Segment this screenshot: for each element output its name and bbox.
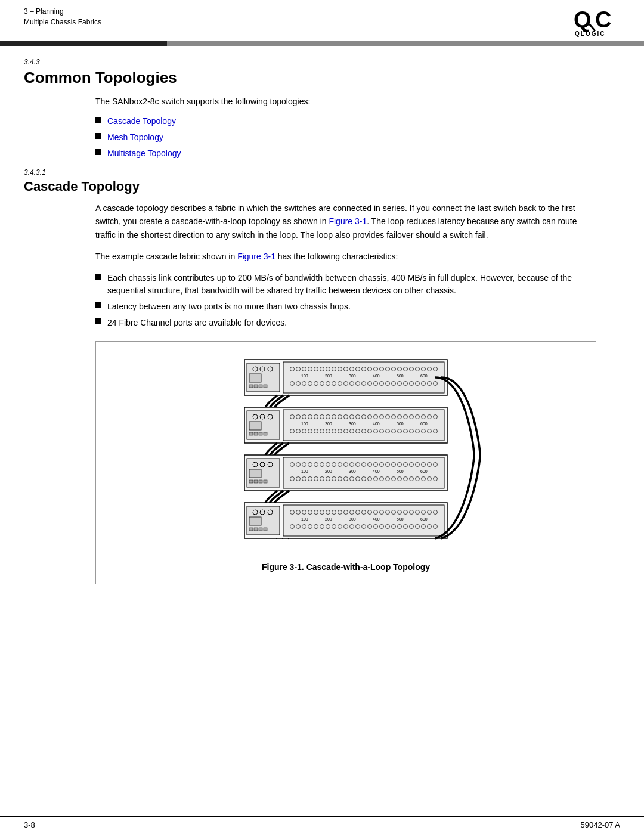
top-rule-right — [167, 41, 644, 46]
header-line1: 3 – Planning — [24, 6, 101, 17]
page-header: 3 – Planning Multiple Chassis Fabrics Q … — [0, 0, 644, 39]
svg-rect-11 — [254, 385, 258, 388]
svg-rect-143 — [249, 469, 261, 478]
figure-ref-link2[interactable]: Figure 3-1 — [237, 252, 275, 261]
list-item: Each chassis link contributes up to 200 … — [95, 272, 596, 297]
svg-rect-214 — [264, 528, 267, 531]
section-343-content: The SANbox2-8c switch supports the follo… — [95, 95, 596, 160]
bullet-icon — [95, 318, 101, 324]
svg-rect-145 — [254, 480, 258, 483]
svg-text:600: 600 — [420, 374, 428, 378]
svg-text:Q: Q — [574, 7, 592, 32]
logo-area: Q C QLOGIC — [572, 6, 620, 39]
svg-text:300: 300 — [349, 517, 356, 521]
svg-rect-147 — [264, 480, 267, 483]
section-3431-num: 3.4.3.1 — [24, 168, 620, 176]
characteristic-3: 24 Fibre Channel ports are available for… — [107, 317, 287, 329]
characteristic-1: Each chassis link contributes up to 200 … — [107, 272, 596, 297]
svg-text:200: 200 — [325, 469, 332, 473]
section-343-num: 3.4.3 — [24, 58, 620, 66]
page-footer: 3-8 59042-07 A — [0, 816, 644, 833]
mesh-topology-link[interactable]: Mesh Topology — [107, 131, 163, 144]
characteristic-2: Latency between any two ports is no more… — [107, 301, 351, 313]
figure-ref-link1[interactable]: Figure 3-1 — [329, 216, 367, 226]
svg-rect-79 — [259, 432, 262, 435]
svg-text:300: 300 — [349, 469, 356, 473]
svg-text:600: 600 — [420, 422, 428, 426]
top-rule-left — [0, 41, 167, 46]
qlogic-logo-icon: Q C QLOGIC — [572, 6, 620, 39]
list-item: Cascade Topology — [95, 115, 596, 128]
svg-text:500: 500 — [397, 422, 404, 426]
svg-text:400: 400 — [373, 517, 380, 521]
header-line2: Multiple Chassis Fabrics — [24, 17, 101, 27]
svg-text:200: 200 — [325, 422, 332, 426]
section-3431-content: A cascade topology describes a fabric in… — [95, 202, 596, 584]
svg-text:100: 100 — [301, 374, 308, 378]
top-rule-bar — [0, 41, 644, 46]
footer-page-number: 3-8 — [24, 820, 35, 829]
multistage-topology-link[interactable]: Multistage Topology — [107, 147, 181, 160]
svg-text:500: 500 — [397, 374, 404, 378]
svg-rect-78 — [254, 432, 258, 435]
list-item: Multistage Topology — [95, 147, 596, 160]
bullet-icon — [95, 117, 101, 123]
bullet-icon — [95, 302, 101, 308]
list-item: 24 Fibre Channel ports are available for… — [95, 317, 596, 329]
svg-text:QLOGIC: QLOGIC — [575, 30, 605, 37]
svg-rect-146 — [259, 480, 262, 483]
svg-text:200: 200 — [325, 374, 332, 378]
section-343: 3.4.3 Common Topologies The SANbox2-8c s… — [24, 58, 620, 160]
svg-text:400: 400 — [373, 422, 380, 426]
svg-text:200: 200 — [325, 517, 332, 521]
bullet-icon — [95, 133, 101, 139]
topology-list: Cascade Topology Mesh Topology Multistag… — [95, 115, 596, 160]
svg-text:500: 500 — [397, 517, 404, 521]
svg-text:300: 300 — [349, 422, 356, 426]
section-3431-heading: Cascade Topology — [24, 179, 620, 194]
svg-text:C: C — [595, 7, 611, 32]
main-content: 3.4.3 Common Topologies The SANbox2-8c s… — [0, 46, 644, 602]
svg-text:600: 600 — [420, 517, 428, 521]
section-3431: 3.4.3.1 Cascade Topology A cascade topol… — [24, 168, 620, 584]
section-343-heading: Common Topologies — [24, 69, 620, 87]
svg-rect-10 — [249, 385, 253, 388]
svg-rect-76 — [249, 422, 261, 430]
svg-text:300: 300 — [349, 374, 356, 378]
figure-caption: Figure 3-1. Cascade-with-a-Loop Topology — [262, 562, 430, 572]
figure-box: 100 200 300 400 500 600 — [95, 341, 596, 584]
svg-text:100: 100 — [301, 469, 308, 473]
svg-text:400: 400 — [373, 469, 380, 473]
header-breadcrumb: 3 – Planning Multiple Chassis Fabrics — [24, 6, 101, 27]
cascade-desc-para2: The example cascade fabric shown in Figu… — [95, 250, 596, 263]
svg-rect-212 — [254, 528, 258, 531]
bullet-icon — [95, 274, 101, 280]
svg-rect-13 — [264, 385, 267, 388]
characteristics-list: Each chassis link contributes up to 200 … — [95, 272, 596, 329]
svg-rect-211 — [249, 528, 253, 531]
svg-text:100: 100 — [301, 517, 308, 521]
cascade-topology-link[interactable]: Cascade Topology — [107, 115, 176, 128]
svg-text:500: 500 — [397, 469, 404, 473]
cascade-diagram-icon: 100 200 300 400 500 600 — [209, 354, 483, 556]
svg-rect-80 — [264, 432, 267, 435]
section-343-intro: The SANbox2-8c switch supports the follo… — [95, 95, 596, 108]
cascade-desc-para1: A cascade topology describes a fabric in… — [95, 202, 596, 241]
bullet-icon — [95, 149, 101, 155]
svg-rect-9 — [249, 374, 261, 382]
footer-doc-number: 59042-07 A — [580, 820, 620, 829]
svg-text:400: 400 — [373, 374, 380, 378]
list-item: Mesh Topology — [95, 131, 596, 144]
svg-text:600: 600 — [420, 469, 428, 473]
svg-rect-213 — [259, 528, 262, 531]
svg-rect-12 — [259, 385, 262, 388]
svg-rect-210 — [249, 517, 261, 525]
svg-rect-77 — [249, 432, 253, 435]
svg-text:100: 100 — [301, 422, 308, 426]
list-item: Latency between any two ports is no more… — [95, 301, 596, 313]
svg-rect-144 — [249, 480, 253, 483]
